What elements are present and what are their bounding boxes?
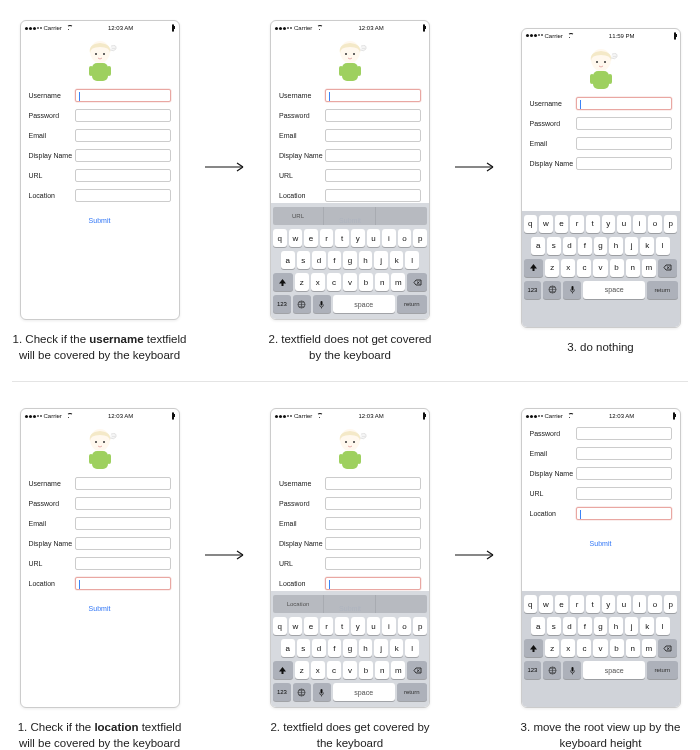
predict-slot[interactable] <box>377 207 427 225</box>
key-l[interactable]: l <box>656 617 670 635</box>
display-name-field[interactable] <box>576 157 672 170</box>
url-field[interactable] <box>325 169 421 182</box>
key-k[interactable]: k <box>640 617 654 635</box>
location-field[interactable] <box>325 577 421 590</box>
key-x[interactable]: x <box>311 273 325 291</box>
key-y[interactable]: y <box>602 215 616 233</box>
key-b[interactable]: b <box>610 639 624 657</box>
key-f[interactable]: f <box>328 251 342 269</box>
predict-slot[interactable]: Location <box>273 595 324 613</box>
key-u[interactable]: u <box>367 229 381 247</box>
password-field[interactable] <box>576 117 672 130</box>
key-n[interactable]: n <box>626 639 640 657</box>
key-j[interactable]: j <box>374 639 388 657</box>
key-w[interactable]: w <box>539 215 553 233</box>
key-q[interactable]: q <box>524 595 538 613</box>
email-field[interactable] <box>75 517 171 530</box>
shift-key[interactable] <box>273 273 293 291</box>
key-z[interactable]: z <box>295 273 309 291</box>
return-key[interactable]: return <box>397 683 427 701</box>
key-p[interactable]: p <box>413 229 427 247</box>
username-field[interactable] <box>325 477 421 490</box>
key-e[interactable]: e <box>304 229 318 247</box>
key-c[interactable]: c <box>577 639 591 657</box>
space-key[interactable]: space <box>583 661 645 679</box>
predict-slot[interactable] <box>377 595 427 613</box>
globe-key[interactable] <box>293 295 311 313</box>
key-j[interactable]: j <box>374 251 388 269</box>
submit-button[interactable]: Submit <box>590 540 612 547</box>
key-d[interactable]: d <box>312 639 326 657</box>
key-i[interactable]: i <box>633 595 647 613</box>
delete-key[interactable] <box>658 639 678 657</box>
key-p[interactable]: p <box>664 215 678 233</box>
key-c[interactable]: c <box>327 273 341 291</box>
key-r[interactable]: r <box>320 617 334 635</box>
key-m[interactable]: m <box>391 661 405 679</box>
globe-key[interactable] <box>543 661 561 679</box>
key-v[interactable]: v <box>343 661 357 679</box>
key-j[interactable]: j <box>625 617 639 635</box>
display-name-field[interactable] <box>576 467 672 480</box>
key-n[interactable]: n <box>626 259 640 277</box>
predict-slot[interactable] <box>325 207 376 225</box>
key-g[interactable]: g <box>594 617 608 635</box>
email-field[interactable] <box>325 129 421 142</box>
key-l[interactable]: l <box>405 639 419 657</box>
globe-key[interactable] <box>543 281 561 299</box>
location-field[interactable] <box>75 577 171 590</box>
key-m[interactable]: m <box>642 259 656 277</box>
return-key[interactable]: return <box>397 295 427 313</box>
email-field[interactable] <box>325 517 421 530</box>
key-k[interactable]: k <box>390 251 404 269</box>
key-f[interactable]: f <box>578 237 592 255</box>
numbers-key[interactable]: 123 <box>273 683 291 701</box>
location-field[interactable] <box>576 507 672 520</box>
key-p[interactable]: p <box>413 617 427 635</box>
key-s[interactable]: s <box>547 617 561 635</box>
email-field[interactable] <box>75 129 171 142</box>
key-h[interactable]: h <box>359 639 373 657</box>
key-r[interactable]: r <box>570 595 584 613</box>
display-name-field[interactable] <box>75 537 171 550</box>
predict-slot[interactable]: URL <box>273 207 324 225</box>
key-u[interactable]: u <box>617 595 631 613</box>
key-a[interactable]: a <box>281 639 295 657</box>
key-d[interactable]: d <box>563 617 577 635</box>
password-field[interactable] <box>325 497 421 510</box>
key-i[interactable]: i <box>382 229 396 247</box>
mic-key[interactable] <box>313 683 331 701</box>
key-d[interactable]: d <box>312 251 326 269</box>
key-v[interactable]: v <box>593 259 607 277</box>
password-field[interactable] <box>325 109 421 122</box>
key-e[interactable]: e <box>304 617 318 635</box>
key-u[interactable]: u <box>617 215 631 233</box>
key-t[interactable]: t <box>586 215 600 233</box>
key-q[interactable]: q <box>273 229 287 247</box>
key-v[interactable]: v <box>593 639 607 657</box>
key-f[interactable]: f <box>328 639 342 657</box>
key-q[interactable]: q <box>524 215 538 233</box>
mic-key[interactable] <box>313 295 331 313</box>
username-field[interactable] <box>75 89 171 102</box>
submit-button[interactable]: Submit <box>89 217 111 224</box>
key-e[interactable]: e <box>555 595 569 613</box>
key-s[interactable]: s <box>547 237 561 255</box>
key-u[interactable]: u <box>367 617 381 635</box>
key-z[interactable]: z <box>295 661 309 679</box>
space-key[interactable]: space <box>333 295 395 313</box>
mic-key[interactable] <box>563 281 581 299</box>
mic-key[interactable] <box>563 661 581 679</box>
key-m[interactable]: m <box>642 639 656 657</box>
delete-key[interactable] <box>407 273 427 291</box>
key-h[interactable]: h <box>609 237 623 255</box>
email-field[interactable] <box>576 447 672 460</box>
username-field[interactable] <box>576 97 672 110</box>
globe-key[interactable] <box>293 683 311 701</box>
location-field[interactable] <box>75 189 171 202</box>
shift-key[interactable] <box>524 639 544 657</box>
shift-key[interactable] <box>273 661 293 679</box>
shift-key[interactable] <box>524 259 544 277</box>
password-field[interactable] <box>576 427 672 440</box>
key-g[interactable]: g <box>594 237 608 255</box>
